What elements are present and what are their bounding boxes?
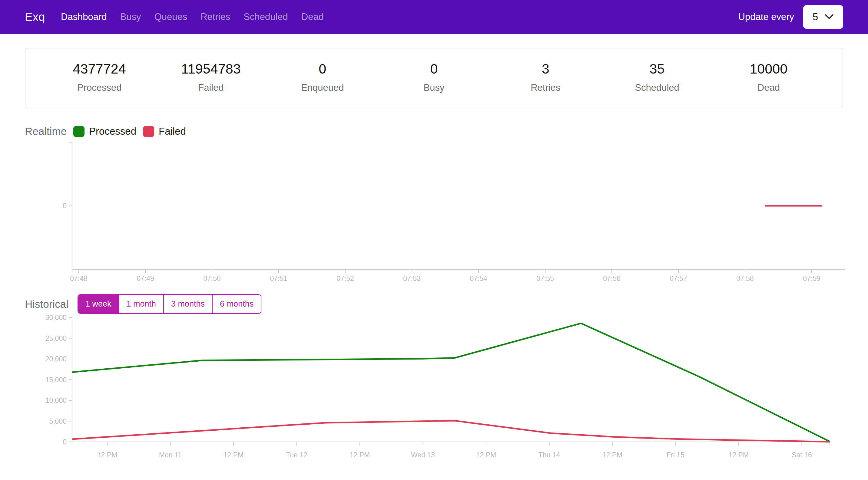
processed-swatch-icon [73,126,85,137]
historical-range-group: 1 week 1 month 3 months 6 months [78,294,261,314]
stats-summary-card: 4377724 Processed 11954783 Failed 0 Enqu… [25,48,843,108]
svg-text:07:56: 07:56 [603,274,621,282]
svg-text:07:48: 07:48 [70,274,88,282]
stat-retries-value: 3 [490,61,601,77]
svg-text:12 PM: 12 PM [223,451,244,459]
stat-dead-value: 10000 [713,61,825,77]
nav-item-busy[interactable]: Busy [120,11,141,23]
range-button-3-months[interactable]: 3 months [163,295,212,313]
svg-text:Thu 14: Thu 14 [538,451,560,459]
nav-item-dead[interactable]: Dead [301,11,324,23]
svg-text:12 PM: 12 PM [97,451,117,459]
historical-title: Historical [25,298,68,310]
nav-item-dashboard[interactable]: Dashboard [61,11,107,23]
svg-text:12 PM: 12 PM [602,451,622,459]
stat-enqueued-label: Enqueued [267,82,378,93]
stat-busy-label: Busy [378,82,490,93]
stat-processed: 4377724 Processed [43,61,155,93]
update-interval-value: 5 [813,11,818,23]
legend-failed: Failed [143,126,186,137]
historical-chart: 05,00010,00015,00020,00025,00030,00012 P… [24,314,854,472]
chevron-down-icon [825,14,834,20]
svg-text:07:57: 07:57 [670,274,687,282]
range-button-1-week[interactable]: 1 week [78,295,119,313]
stat-scheduled-label: Scheduled [601,82,713,93]
range-button-6-months[interactable]: 6 months [212,295,261,313]
svg-text:15,000: 15,000 [45,376,67,384]
svg-text:Sat 16: Sat 16 [792,451,812,459]
stat-retries: 3 Retries [490,61,601,93]
svg-text:12 PM: 12 PM [729,451,749,459]
svg-text:07:53: 07:53 [403,274,421,282]
svg-text:Tue 12: Tue 12 [286,451,307,459]
stat-processed-label: Processed [43,82,155,93]
svg-text:Fri 15: Fri 15 [666,451,684,459]
svg-text:12 PM: 12 PM [350,451,370,459]
stat-dead: 10000 Dead [713,61,825,93]
svg-text:07:49: 07:49 [136,274,154,282]
realtime-title: Realtime [25,125,67,137]
nav-item-scheduled[interactable]: Scheduled [244,11,288,23]
svg-text:10,000: 10,000 [45,397,67,404]
svg-text:07:52: 07:52 [337,274,354,282]
legend-processed-label: Processed [89,126,136,137]
svg-text:30,000: 30,000 [45,314,67,321]
svg-text:07:50: 07:50 [203,274,221,282]
stat-failed-label: Failed [155,82,267,93]
stat-busy-value: 0 [378,61,490,77]
stat-enqueued-value: 0 [267,61,378,77]
svg-text:0: 0 [63,438,67,446]
update-every-label: Update every [738,11,794,23]
stat-busy: 0 Busy [378,61,490,93]
nav-links: Dashboard Busy Queues Retries Scheduled … [61,11,324,23]
svg-text:Mon 11: Mon 11 [159,451,182,459]
legend-processed: Processed [73,126,136,137]
svg-text:5,000: 5,000 [49,417,67,425]
nav-right: Update every 5 [738,5,843,29]
svg-text:07:55: 07:55 [536,274,554,282]
stat-failed-value: 11954783 [155,61,267,77]
update-interval-select[interactable]: 5 [803,5,843,29]
historical-header: Historical 1 week 1 month 3 months 6 mon… [25,294,843,314]
app-brand[interactable]: Exq [25,10,45,24]
svg-text:07:59: 07:59 [803,274,820,282]
svg-text:20,000: 20,000 [45,355,67,363]
svg-text:07:58: 07:58 [736,274,754,282]
stat-retries-label: Retries [490,82,601,93]
svg-text:07:51: 07:51 [270,274,287,282]
svg-text:Wed 13: Wed 13 [411,451,435,459]
svg-text:0: 0 [63,202,67,210]
top-navbar: Exq Dashboard Busy Queues Retries Schedu… [0,0,868,34]
stat-dead-label: Dead [713,82,825,93]
range-button-1-month[interactable]: 1 month [118,295,163,313]
nav-item-queues[interactable]: Queues [154,11,187,23]
realtime-chart: 007:4807:4907:5007:5107:5207:5307:5407:5… [24,139,854,287]
svg-text:12 PM: 12 PM [476,451,496,459]
stat-enqueued: 0 Enqueued [267,61,378,93]
svg-text:07:54: 07:54 [470,274,487,282]
stat-processed-value: 4377724 [43,61,155,77]
realtime-header: Realtime Processed Failed [25,125,843,137]
svg-text:25,000: 25,000 [45,335,67,342]
stat-scheduled: 35 Scheduled [601,61,713,93]
stat-scheduled-value: 35 [601,61,713,77]
nav-item-retries[interactable]: Retries [200,11,230,23]
legend-failed-label: Failed [159,126,186,137]
failed-swatch-icon [143,126,154,137]
stat-failed: 11954783 Failed [155,61,267,93]
